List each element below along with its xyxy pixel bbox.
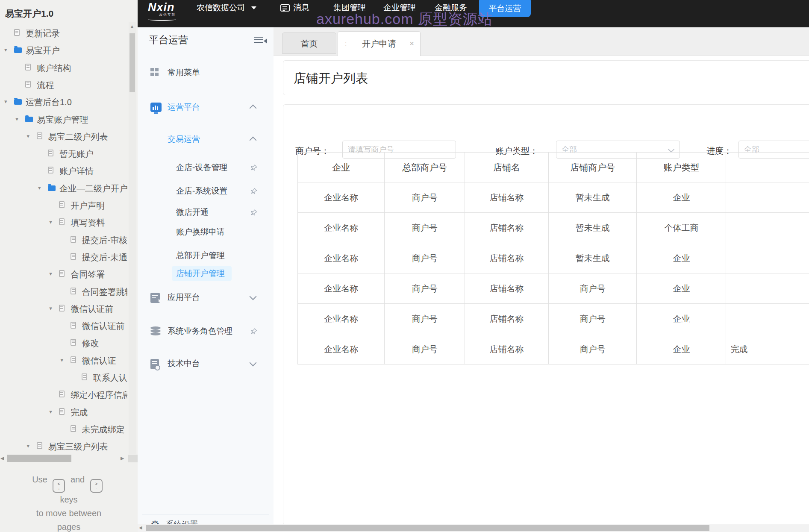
table-row[interactable]: 企业名称商户号店铺名称暂未生成企业 bbox=[298, 182, 809, 213]
brand-logo[interactable]: Nxin 农信互联 bbox=[148, 1, 176, 21]
sitemap-node[interactable]: ▾易宝二级户列表 bbox=[0, 128, 127, 145]
tree-caret-icon[interactable]: ▾ bbox=[49, 270, 52, 277]
page-icon bbox=[71, 236, 76, 243]
menu-item-label: 应用平台 bbox=[168, 290, 200, 305]
tree-caret-icon[interactable]: ▾ bbox=[49, 219, 52, 225]
platform-chart-icon bbox=[150, 103, 162, 112]
sitemap-node[interactable]: 暂无账户 bbox=[0, 145, 127, 162]
menu-fold-icon[interactable] bbox=[254, 37, 267, 45]
scroll-right-icon[interactable]: ▶ bbox=[121, 456, 124, 461]
chevron-up-icon[interactable] bbox=[250, 105, 257, 112]
sitemap-horizontal-scrollbar[interactable]: ◀ ▶ bbox=[0, 453, 138, 465]
scrollbar-corner bbox=[128, 455, 138, 462]
sitemap-node[interactable]: 提交后-审核 bbox=[0, 231, 127, 248]
scroll-left-icon[interactable]: ◀ bbox=[0, 456, 4, 461]
sitemap-node-label: 提交后-未通过 bbox=[82, 252, 128, 263]
pin-icon[interactable] bbox=[250, 164, 258, 171]
sitemap-node[interactable]: 账户详情 bbox=[0, 162, 127, 179]
sitemap-node[interactable]: 未完成绑定 bbox=[0, 420, 127, 438]
tree-caret-icon[interactable]: ▾ bbox=[4, 98, 7, 105]
scroll-up-icon[interactable]: ▲ bbox=[130, 24, 134, 29]
sitemap-node[interactable]: ▾合同签署 bbox=[0, 265, 127, 282]
table-row[interactable]: 企业名称商户号店铺名称商户号企业 bbox=[298, 273, 809, 304]
app-document-icon bbox=[150, 293, 160, 303]
sitemap-node[interactable]: 更新记录 bbox=[0, 24, 127, 41]
vertical-scrollbar-thumb[interactable] bbox=[129, 33, 135, 92]
menu-item-0[interactable]: 常用菜单 bbox=[138, 65, 274, 80]
tab-home[interactable]: 首页 bbox=[282, 32, 336, 54]
menu-item-11[interactable]: 技术中台 bbox=[138, 356, 274, 371]
sitemap-node[interactable]: 绑定小程序信息 bbox=[0, 386, 127, 403]
page-icon bbox=[59, 408, 65, 415]
table-cell: 企业名称 bbox=[298, 243, 385, 273]
chevron-up-icon[interactable] bbox=[250, 137, 257, 144]
menu-item-label: 企店-系统设置 bbox=[176, 183, 227, 199]
menu-item-2[interactable]: 交易运营 bbox=[138, 132, 274, 147]
page-icon bbox=[71, 425, 76, 432]
sitemap-node-label: 提交后-审核 bbox=[82, 235, 128, 246]
sitemap-vertical-scrollbar[interactable]: ▲ bbox=[129, 22, 136, 454]
tree-caret-icon[interactable]: ▾ bbox=[15, 116, 18, 122]
horizontal-scrollbar-thumb[interactable] bbox=[7, 455, 71, 462]
sitemap-node[interactable]: ▾易宝三级户列表 bbox=[0, 438, 127, 454]
sitemap-node[interactable]: 提交后-未通过 bbox=[0, 248, 127, 265]
sitemap-node[interactable]: ▾运营后台1.0 bbox=[0, 93, 127, 110]
column-header: 店铺商户号 bbox=[548, 153, 636, 182]
page-icon bbox=[59, 218, 65, 225]
company-dropdown[interactable]: 农信数据公司 bbox=[197, 0, 256, 15]
tree-caret-icon[interactable]: ▾ bbox=[49, 305, 52, 312]
page-horizontal-scrollbar[interactable]: ◀ bbox=[138, 524, 809, 532]
sitemap-node[interactable]: 账户结构 bbox=[0, 59, 127, 76]
chevron-down-icon bbox=[668, 146, 675, 153]
page-scrollbar-thumb[interactable] bbox=[146, 525, 709, 531]
sitemap-node[interactable]: 流程 bbox=[0, 76, 127, 93]
table-cell: 商户号 bbox=[385, 213, 465, 243]
tree-caret-icon[interactable]: ▾ bbox=[27, 133, 30, 139]
tree-caret-icon[interactable]: ▾ bbox=[4, 47, 7, 53]
menu-item-8[interactable]: 店铺开户管理 bbox=[138, 266, 274, 281]
tab-account-apply[interactable]: : 开户申请 × bbox=[338, 31, 421, 56]
sitemap-node[interactable]: ▾易宝账户管理 bbox=[0, 111, 127, 128]
pin-icon[interactable] bbox=[250, 209, 258, 216]
sitemap-node[interactable]: 联系人认证 bbox=[0, 369, 127, 386]
sitemap-node[interactable]: ▾填写资料 bbox=[0, 214, 127, 231]
sitemap-node[interactable]: 微信认证前 bbox=[0, 317, 127, 334]
sitemap-node[interactable]: ▾微信认证前 bbox=[0, 300, 127, 317]
table-row[interactable]: 企业名称商户号店铺名称暂未生成企业 bbox=[298, 243, 809, 273]
sitemap-node[interactable]: 合同签署跳转 bbox=[0, 283, 127, 300]
table-row[interactable]: 企业名称商户号店铺名称商户号企业 bbox=[298, 304, 809, 334]
sitemap-node[interactable]: ▾易宝开户 bbox=[0, 41, 127, 59]
menu-item-5[interactable]: 微店开通 bbox=[138, 205, 274, 220]
messages-nav-item[interactable]: 消息 bbox=[280, 0, 309, 15]
menu-item-1[interactable]: 运营平台 bbox=[138, 100, 274, 115]
pin-icon[interactable] bbox=[250, 188, 258, 195]
table-cell: 暂未生成 bbox=[548, 213, 636, 243]
menu-item-4[interactable]: 企店-系统设置 bbox=[138, 183, 274, 199]
menu-item-9[interactable]: 应用平台 bbox=[138, 290, 274, 305]
chevron-down-icon[interactable] bbox=[250, 293, 257, 300]
close-tab-icon[interactable]: × bbox=[409, 32, 414, 56]
menu-item-3[interactable]: 企店-设备管理 bbox=[138, 160, 274, 175]
sitemap-node[interactable]: ▾微信认证 bbox=[0, 352, 127, 369]
table-row[interactable]: 企业名称商户号店铺名称暂未生成个体工商 bbox=[298, 213, 809, 243]
menu-item-10[interactable]: 系统业务角色管理 bbox=[138, 323, 274, 339]
sitemap-node[interactable]: ▾完成 bbox=[0, 403, 127, 420]
menu-item-6[interactable]: 账户换绑申请 bbox=[138, 224, 274, 240]
menu-item-label: 总部开户管理 bbox=[176, 248, 225, 263]
menu-item-7[interactable]: 总部开户管理 bbox=[138, 248, 274, 263]
scroll-left-icon[interactable]: ◀ bbox=[139, 525, 142, 530]
table-cell: 商户号 bbox=[548, 334, 636, 364]
table-row[interactable]: 企业名称商户号店铺名称商户号企业完成 bbox=[298, 334, 809, 364]
tree-caret-icon[interactable]: ▾ bbox=[61, 357, 64, 363]
tree-caret-icon[interactable]: ▾ bbox=[49, 409, 52, 415]
sitemap-node[interactable]: ▾企业—二级户开户 bbox=[0, 179, 127, 197]
tree-caret-icon[interactable]: ▾ bbox=[38, 185, 41, 191]
sitemap-node[interactable]: 开户声明 bbox=[0, 197, 127, 214]
pin-icon[interactable] bbox=[250, 328, 258, 335]
table-cell: 店铺名称 bbox=[465, 182, 549, 213]
chevron-down-icon[interactable] bbox=[250, 359, 257, 367]
tree-caret-icon[interactable]: ▾ bbox=[27, 443, 30, 449]
sitemap-node[interactable]: 修改 bbox=[0, 334, 127, 351]
sitemap-node-label: 开户声明 bbox=[71, 200, 105, 212]
sitemap-node-label: 易宝三级户列表 bbox=[48, 441, 108, 453]
